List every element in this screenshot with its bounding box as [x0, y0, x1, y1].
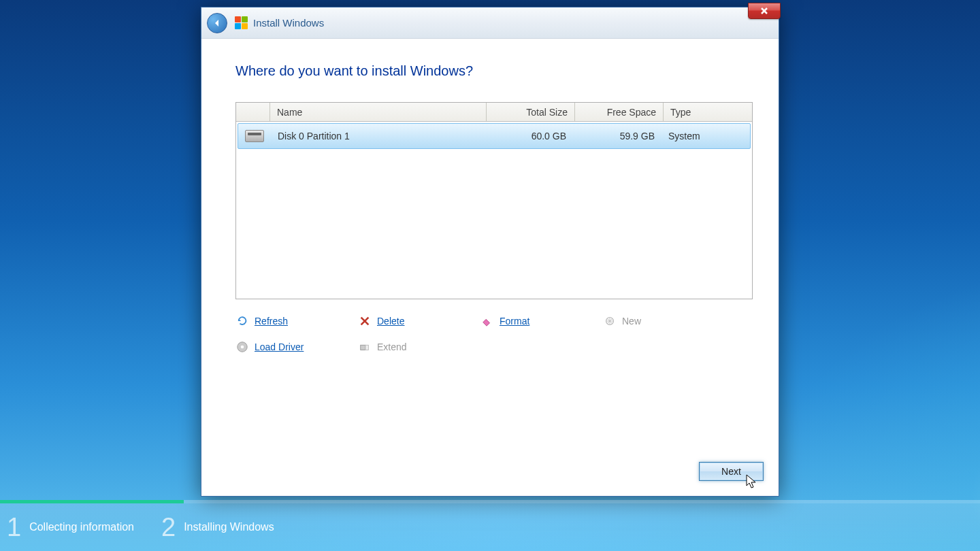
refresh-link[interactable]: Refresh: [235, 314, 358, 328]
svg-point-2: [241, 346, 244, 349]
partition-row[interactable]: Disk 0 Partition 1 60.0 GB 59.9 GB Syste…: [238, 123, 751, 149]
new-label: New: [622, 316, 641, 327]
step-2: 2 Installing Windows: [161, 513, 274, 542]
refresh-icon: [235, 314, 249, 328]
table-header: Name Total Size Free Space Type: [236, 103, 752, 122]
col-icon[interactable]: [236, 103, 270, 121]
window-title: Install Windows: [253, 17, 324, 29]
format-label: Format: [500, 316, 529, 327]
close-icon: [760, 7, 768, 15]
extend-link: Extend: [358, 340, 480, 354]
titlebar: Install Windows: [201, 7, 779, 39]
setup-steps-bar: 1 Collecting information 2 Installing Wi…: [0, 503, 980, 551]
back-arrow-icon: [212, 18, 223, 29]
dialog-content: Where do you want to install Windows? Na…: [201, 39, 779, 367]
refresh-label: Refresh: [255, 316, 288, 327]
step-2-number: 2: [161, 513, 176, 542]
format-link[interactable]: Format: [480, 314, 603, 328]
delete-label: Delete: [377, 316, 404, 327]
hard-drive-icon: [245, 130, 264, 142]
partition-free-space: 59.9 GB: [573, 131, 662, 141]
new-link: New: [603, 314, 725, 328]
new-icon: [603, 314, 617, 328]
col-type[interactable]: Type: [664, 103, 752, 121]
step-1-label: Collecting information: [29, 521, 134, 533]
svg-rect-4: [365, 345, 369, 350]
svg-rect-3: [361, 345, 365, 350]
partition-total-size: 60.0 GB: [485, 131, 573, 141]
col-name[interactable]: Name: [270, 103, 487, 121]
desktop-background: Install Windows Where do you want to ins…: [0, 0, 980, 551]
back-button[interactable]: [207, 13, 227, 33]
windows-logo-icon: [234, 16, 248, 30]
extend-icon: [358, 340, 372, 354]
step-1: 1 Collecting information: [7, 513, 134, 542]
partition-name: Disk 0 Partition 1: [271, 131, 485, 141]
partition-type: System: [662, 131, 750, 141]
delete-link[interactable]: Delete: [358, 314, 480, 328]
disk-icon-cell: [238, 130, 271, 142]
col-free-space[interactable]: Free Space: [575, 103, 664, 121]
load-driver-label: Load Driver: [255, 341, 304, 352]
col-total-size[interactable]: Total Size: [487, 103, 575, 121]
drive-options: Refresh Delete Format: [235, 314, 745, 354]
extend-label: Extend: [377, 341, 407, 352]
disc-icon: [235, 340, 249, 354]
page-heading: Where do you want to install Windows?: [235, 63, 745, 79]
next-label: Next: [721, 466, 741, 477]
install-dialog: Install Windows Where do you want to ins…: [201, 7, 779, 497]
next-button[interactable]: Next: [699, 462, 764, 481]
partition-table: Name Total Size Free Space Type Disk 0 P…: [235, 102, 753, 299]
format-icon: [480, 314, 494, 328]
delete-icon: [358, 314, 372, 328]
step-2-label: Installing Windows: [184, 521, 274, 533]
step-1-number: 1: [7, 513, 21, 542]
load-driver-link[interactable]: Load Driver: [235, 340, 358, 354]
close-button[interactable]: [748, 3, 781, 19]
